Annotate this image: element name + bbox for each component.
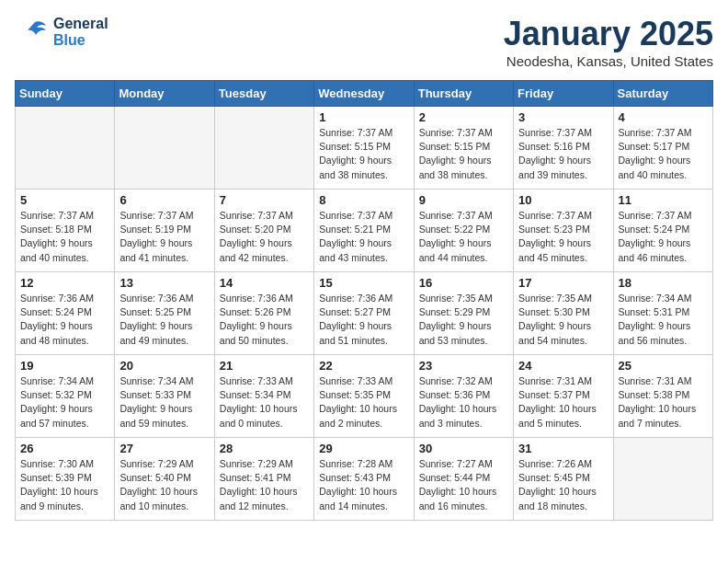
calendar-table: SundayMondayTuesdayWednesdayThursdayFrid…	[15, 80, 713, 521]
day-info: Sunrise: 7:27 AM Sunset: 5:44 PM Dayligh…	[419, 457, 508, 513]
day-number: 7	[220, 193, 309, 207]
day-cell-1: 1Sunrise: 7:37 AM Sunset: 5:15 PM Daylig…	[314, 107, 414, 190]
calendar-header: SundayMondayTuesdayWednesdayThursdayFrid…	[16, 81, 713, 107]
calendar-body: 1Sunrise: 7:37 AM Sunset: 5:15 PM Daylig…	[16, 107, 713, 521]
day-number: 27	[119, 442, 209, 455]
week-row-1: 1Sunrise: 7:37 AM Sunset: 5:15 PM Daylig…	[16, 107, 713, 190]
day-number: 8	[319, 193, 408, 207]
svg-rect-0	[15, 15, 50, 50]
day-cell-3: 3Sunrise: 7:37 AM Sunset: 5:16 PM Daylig…	[514, 107, 613, 190]
day-number: 11	[619, 193, 708, 207]
day-cell-18: 18Sunrise: 7:34 AM Sunset: 5:31 PM Dayli…	[613, 272, 712, 355]
day-info: Sunrise: 7:37 AM Sunset: 5:15 PM Dayligh…	[319, 126, 408, 182]
day-info: Sunrise: 7:31 AM Sunset: 5:37 PM Dayligh…	[518, 374, 608, 431]
day-cell-31: 31Sunrise: 7:26 AM Sunset: 5:45 PM Dayli…	[514, 438, 613, 521]
day-info: Sunrise: 7:37 AM Sunset: 5:16 PM Dayligh…	[518, 126, 608, 182]
day-info: Sunrise: 7:29 AM Sunset: 5:40 PM Dayligh…	[119, 457, 209, 513]
day-number: 17	[518, 276, 608, 290]
empty-cell	[115, 107, 214, 190]
day-cell-6: 6Sunrise: 7:37 AM Sunset: 5:19 PM Daylig…	[115, 190, 214, 272]
day-cell-19: 19Sunrise: 7:34 AM Sunset: 5:32 PM Dayli…	[16, 355, 115, 438]
day-number: 19	[20, 359, 109, 373]
day-info: Sunrise: 7:37 AM Sunset: 5:17 PM Dayligh…	[619, 126, 708, 182]
weekday-header-saturday: Saturday	[613, 81, 712, 107]
day-info: Sunrise: 7:36 AM Sunset: 5:25 PM Dayligh…	[119, 292, 209, 348]
day-number: 23	[419, 359, 508, 373]
day-info: Sunrise: 7:35 AM Sunset: 5:29 PM Dayligh…	[419, 292, 508, 348]
empty-cell	[613, 438, 712, 521]
day-cell-24: 24Sunrise: 7:31 AM Sunset: 5:37 PM Dayli…	[514, 355, 613, 438]
day-number: 9	[419, 193, 508, 207]
logo: General Blue	[15, 15, 108, 50]
empty-cell	[214, 107, 313, 190]
day-cell-8: 8Sunrise: 7:37 AM Sunset: 5:21 PM Daylig…	[314, 190, 414, 272]
day-cell-26: 26Sunrise: 7:30 AM Sunset: 5:39 PM Dayli…	[16, 438, 115, 521]
day-info: Sunrise: 7:26 AM Sunset: 5:45 PM Dayligh…	[518, 457, 608, 513]
day-cell-5: 5Sunrise: 7:37 AM Sunset: 5:18 PM Daylig…	[16, 190, 115, 272]
day-info: Sunrise: 7:37 AM Sunset: 5:23 PM Dayligh…	[518, 209, 608, 265]
day-number: 20	[119, 359, 209, 373]
day-cell-20: 20Sunrise: 7:34 AM Sunset: 5:33 PM Dayli…	[115, 355, 214, 438]
day-cell-17: 17Sunrise: 7:35 AM Sunset: 5:30 PM Dayli…	[514, 272, 613, 355]
day-info: Sunrise: 7:37 AM Sunset: 5:18 PM Dayligh…	[20, 209, 109, 265]
day-cell-14: 14Sunrise: 7:36 AM Sunset: 5:26 PM Dayli…	[214, 272, 313, 355]
logo-general-text: General	[53, 16, 108, 32]
day-number: 24	[518, 359, 608, 373]
day-number: 18	[619, 276, 708, 290]
day-info: Sunrise: 7:37 AM Sunset: 5:21 PM Dayligh…	[319, 209, 408, 265]
day-cell-11: 11Sunrise: 7:37 AM Sunset: 5:24 PM Dayli…	[613, 190, 712, 272]
day-cell-15: 15Sunrise: 7:36 AM Sunset: 5:27 PM Dayli…	[314, 272, 414, 355]
day-number: 10	[518, 193, 608, 207]
week-row-2: 5Sunrise: 7:37 AM Sunset: 5:18 PM Daylig…	[16, 190, 713, 272]
day-number: 28	[220, 442, 309, 455]
day-cell-2: 2Sunrise: 7:37 AM Sunset: 5:15 PM Daylig…	[414, 107, 513, 190]
day-number: 4	[619, 110, 708, 124]
weekday-header-sunday: Sunday	[16, 81, 115, 107]
day-cell-28: 28Sunrise: 7:29 AM Sunset: 5:41 PM Dayli…	[214, 438, 313, 521]
weekday-header-monday: Monday	[115, 81, 214, 107]
day-number: 22	[319, 359, 408, 373]
day-number: 5	[20, 193, 109, 207]
day-number: 30	[419, 442, 508, 455]
day-info: Sunrise: 7:33 AM Sunset: 5:34 PM Dayligh…	[220, 374, 309, 431]
day-number: 25	[619, 359, 708, 373]
day-info: Sunrise: 7:32 AM Sunset: 5:36 PM Dayligh…	[419, 374, 508, 431]
weekday-header-row: SundayMondayTuesdayWednesdayThursdayFrid…	[16, 81, 713, 107]
day-info: Sunrise: 7:36 AM Sunset: 5:26 PM Dayligh…	[220, 292, 309, 348]
weekday-header-thursday: Thursday	[414, 81, 513, 107]
title-block: January 2025 Neodesha, Kansas, United St…	[504, 15, 713, 69]
day-number: 14	[220, 276, 309, 290]
day-number: 26	[20, 442, 109, 455]
day-info: Sunrise: 7:37 AM Sunset: 5:15 PM Dayligh…	[419, 126, 508, 182]
day-cell-13: 13Sunrise: 7:36 AM Sunset: 5:25 PM Dayli…	[115, 272, 214, 355]
day-info: Sunrise: 7:37 AM Sunset: 5:20 PM Dayligh…	[220, 209, 309, 265]
day-cell-29: 29Sunrise: 7:28 AM Sunset: 5:43 PM Dayli…	[314, 438, 414, 521]
day-info: Sunrise: 7:36 AM Sunset: 5:24 PM Dayligh…	[20, 292, 109, 348]
day-number: 3	[518, 110, 608, 124]
day-cell-25: 25Sunrise: 7:31 AM Sunset: 5:38 PM Dayli…	[613, 355, 712, 438]
logo-icon	[15, 15, 50, 50]
day-cell-4: 4Sunrise: 7:37 AM Sunset: 5:17 PM Daylig…	[613, 107, 712, 190]
day-info: Sunrise: 7:37 AM Sunset: 5:24 PM Dayligh…	[619, 209, 708, 265]
day-cell-23: 23Sunrise: 7:32 AM Sunset: 5:36 PM Dayli…	[414, 355, 513, 438]
day-cell-12: 12Sunrise: 7:36 AM Sunset: 5:24 PM Dayli…	[16, 272, 115, 355]
week-row-5: 26Sunrise: 7:30 AM Sunset: 5:39 PM Dayli…	[16, 438, 713, 521]
weekday-header-friday: Friday	[514, 81, 613, 107]
day-number: 16	[419, 276, 508, 290]
day-cell-21: 21Sunrise: 7:33 AM Sunset: 5:34 PM Dayli…	[214, 355, 313, 438]
day-cell-30: 30Sunrise: 7:27 AM Sunset: 5:44 PM Dayli…	[414, 438, 513, 521]
day-info: Sunrise: 7:30 AM Sunset: 5:39 PM Dayligh…	[20, 457, 109, 513]
day-info: Sunrise: 7:29 AM Sunset: 5:41 PM Dayligh…	[220, 457, 309, 513]
day-info: Sunrise: 7:36 AM Sunset: 5:27 PM Dayligh…	[319, 292, 408, 348]
calendar-title: January 2025	[504, 15, 713, 53]
day-info: Sunrise: 7:33 AM Sunset: 5:35 PM Dayligh…	[319, 374, 408, 431]
day-number: 29	[319, 442, 408, 455]
day-info: Sunrise: 7:34 AM Sunset: 5:32 PM Dayligh…	[20, 374, 109, 431]
day-cell-22: 22Sunrise: 7:33 AM Sunset: 5:35 PM Dayli…	[314, 355, 414, 438]
day-info: Sunrise: 7:34 AM Sunset: 5:33 PM Dayligh…	[119, 374, 209, 431]
day-cell-27: 27Sunrise: 7:29 AM Sunset: 5:40 PM Dayli…	[115, 438, 214, 521]
calendar-subtitle: Neodesha, Kansas, United States	[504, 53, 713, 69]
empty-cell	[16, 107, 115, 190]
day-info: Sunrise: 7:28 AM Sunset: 5:43 PM Dayligh…	[319, 457, 408, 513]
day-number: 12	[20, 276, 109, 290]
